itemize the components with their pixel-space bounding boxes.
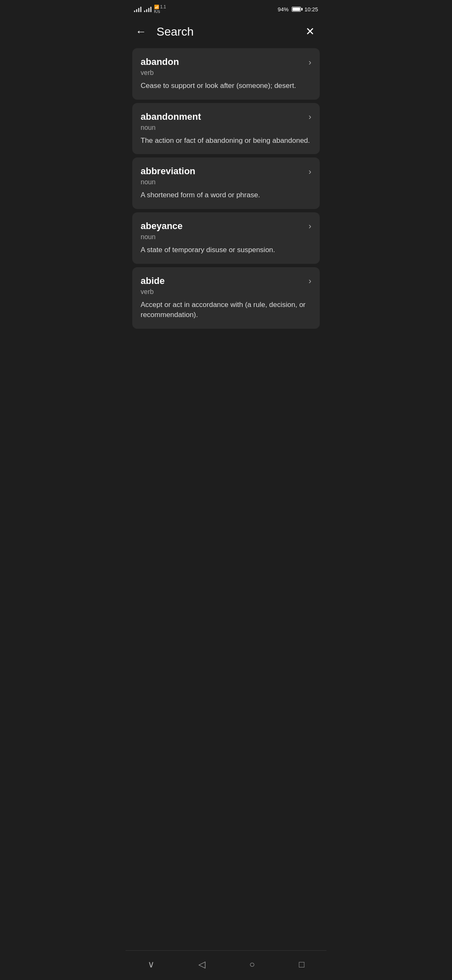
word-card-header: abandon › bbox=[141, 57, 311, 67]
word-definition: A shortened form of a word or phrase. bbox=[141, 190, 311, 201]
wifi-speed: 📶 1.1 K/s bbox=[154, 5, 166, 14]
word-name: abandonment bbox=[141, 111, 308, 122]
status-bar: 📶 1.1 K/s 94% 10:25 bbox=[126, 0, 326, 17]
close-button[interactable]: ✕ bbox=[304, 23, 316, 40]
word-pos: verb bbox=[141, 288, 311, 296]
word-definition: Accept or act in accordance with (a rule… bbox=[141, 300, 311, 320]
word-name: abbreviation bbox=[141, 166, 308, 177]
chevron-right-icon: › bbox=[308, 57, 311, 67]
word-card-header: abeyance › bbox=[141, 221, 311, 232]
word-name: abeyance bbox=[141, 221, 308, 232]
chevron-right-icon: › bbox=[308, 112, 311, 121]
word-card[interactable]: abandonment › noun The action or fact of… bbox=[132, 103, 320, 155]
header: ← Search ✕ bbox=[126, 17, 326, 48]
word-card-header: abide › bbox=[141, 276, 311, 286]
nav-bar: ∨ ◁ ○ □ bbox=[126, 950, 326, 980]
nav-square[interactable]: □ bbox=[290, 956, 313, 973]
clock: 10:25 bbox=[304, 6, 318, 13]
word-name: abide bbox=[141, 276, 308, 286]
status-right: 94% 10:25 bbox=[277, 6, 318, 13]
word-card[interactable]: abbreviation › noun A shortened form of … bbox=[132, 157, 320, 209]
word-pos: verb bbox=[141, 69, 311, 77]
word-pos: noun bbox=[141, 233, 311, 241]
word-pos: noun bbox=[141, 124, 311, 132]
word-definition: Cease to support or look after (someone)… bbox=[141, 81, 311, 91]
nav-back[interactable]: ◁ bbox=[190, 956, 214, 973]
word-card[interactable]: abandon › verb Cease to support or look … bbox=[132, 48, 320, 100]
page-title: Search bbox=[157, 25, 194, 39]
word-card-header: abandonment › bbox=[141, 111, 311, 122]
header-left: ← Search bbox=[134, 23, 194, 40]
status-left: 📶 1.1 K/s bbox=[134, 5, 166, 14]
battery-icon bbox=[292, 7, 301, 12]
word-card[interactable]: abide › verb Accept or act in accordance… bbox=[132, 267, 320, 329]
nav-chevron-down[interactable]: ∨ bbox=[139, 956, 163, 973]
word-pos: noun bbox=[141, 178, 311, 186]
battery-percent: 94% bbox=[277, 6, 288, 13]
signal-icon-1 bbox=[134, 6, 141, 12]
nav-home[interactable]: ○ bbox=[241, 956, 263, 973]
word-card-header: abbreviation › bbox=[141, 166, 311, 177]
chevron-right-icon: › bbox=[308, 221, 311, 231]
signal-icon-2 bbox=[144, 6, 152, 12]
back-button[interactable]: ← bbox=[134, 23, 148, 40]
word-name: abandon bbox=[141, 57, 308, 67]
word-definition: The action or fact of abandoning or bein… bbox=[141, 136, 311, 146]
chevron-right-icon: › bbox=[308, 276, 311, 286]
word-definition: A state of temporary disuse or suspensio… bbox=[141, 245, 311, 255]
word-list: abandon › verb Cease to support or look … bbox=[126, 48, 326, 950]
chevron-right-icon: › bbox=[308, 167, 311, 176]
word-card[interactable]: abeyance › noun A state of temporary dis… bbox=[132, 212, 320, 264]
